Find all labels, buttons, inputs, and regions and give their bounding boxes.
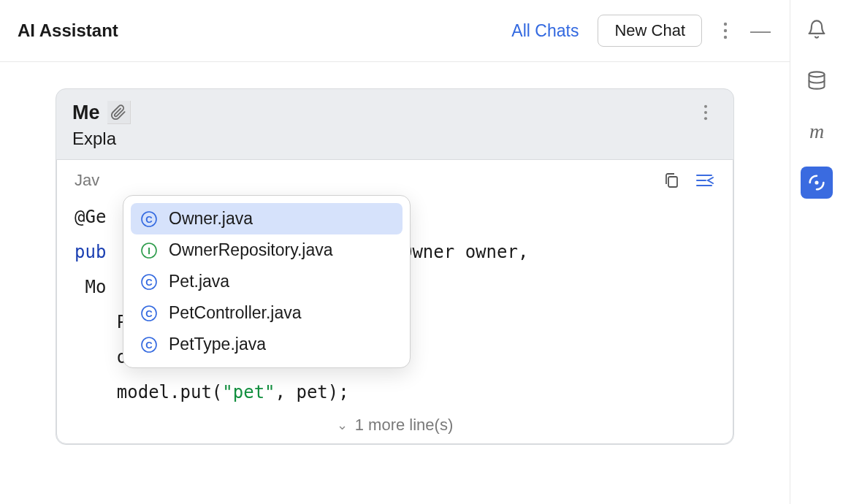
code-language-label: Jav bbox=[75, 171, 99, 190]
panel-title: AI Assistant bbox=[18, 20, 492, 41]
code-line-1: @Ge bbox=[75, 207, 106, 227]
new-chat-button[interactable]: New Chat bbox=[598, 15, 702, 47]
svg-point-5 bbox=[704, 117, 707, 120]
svg-text:C: C bbox=[145, 308, 153, 318]
popup-item-label: OwnerRepository.java bbox=[169, 240, 333, 260]
class-file-icon: C bbox=[140, 304, 159, 323]
code-header: Jav bbox=[57, 160, 733, 195]
svg-point-0 bbox=[724, 23, 727, 26]
svg-text:I: I bbox=[148, 245, 150, 256]
right-toolbar: m bbox=[790, 0, 843, 504]
code-actions bbox=[661, 170, 715, 191]
all-chats-link[interactable]: All Chats bbox=[504, 17, 586, 45]
code-line-6-str: "pet" bbox=[222, 382, 275, 402]
popup-item-owner-repository-java[interactable]: I OwnerRepository.java bbox=[131, 234, 403, 266]
popup-item-label: Owner.java bbox=[169, 209, 253, 229]
insert-code-icon[interactable] bbox=[695, 170, 715, 191]
popup-item-pet-type-java[interactable]: C PetType.java bbox=[131, 329, 403, 360]
attachment-file-popup: C Owner.java I OwnerRepository.java C Pe… bbox=[123, 195, 411, 368]
svg-text:C: C bbox=[145, 213, 153, 224]
message-header: Me bbox=[56, 89, 733, 127]
chat-content: Me Expla Jav bbox=[0, 62, 790, 504]
popup-item-pet-controller-java[interactable]: C PetController.java bbox=[131, 297, 403, 329]
chevron-down-icon: ⌄ bbox=[337, 417, 348, 433]
message-author: Me bbox=[72, 102, 100, 124]
message-prompt: Expla bbox=[56, 127, 733, 159]
svg-point-21 bbox=[815, 180, 818, 184]
class-file-icon: C bbox=[140, 272, 159, 291]
code-line-6-suffix: , pet); bbox=[275, 382, 349, 402]
more-lines-label: 1 more line(s) bbox=[355, 416, 453, 435]
svg-rect-6 bbox=[668, 177, 677, 187]
code-line-3: Mo bbox=[75, 277, 106, 297]
message-menu-kebab-icon[interactable] bbox=[694, 101, 717, 124]
ai-assistant-panel: AI Assistant All Chats New Chat — Me Exp… bbox=[0, 0, 790, 504]
expand-code-button[interactable]: ⌄ 1 more line(s) bbox=[57, 410, 733, 443]
panel-header: AI Assistant All Chats New Chat — bbox=[0, 0, 790, 62]
code-line-6-prefix: model.put( bbox=[75, 382, 222, 402]
popup-item-label: PetType.java bbox=[169, 335, 266, 354]
class-file-icon: C bbox=[140, 335, 159, 354]
ai-assistant-icon[interactable] bbox=[801, 167, 833, 199]
m-tool-icon[interactable]: m bbox=[801, 115, 833, 148]
panel-menu-kebab-icon[interactable] bbox=[714, 19, 737, 42]
popup-item-label: Pet.java bbox=[169, 272, 229, 291]
database-icon[interactable] bbox=[801, 64, 833, 96]
notifications-icon[interactable] bbox=[801, 13, 833, 45]
interface-file-icon: I bbox=[140, 241, 159, 260]
code-line-2-kw: pub bbox=[75, 242, 106, 262]
popup-item-owner-java[interactable]: C Owner.java bbox=[131, 203, 403, 234]
copy-icon[interactable] bbox=[661, 170, 682, 191]
attachment-button[interactable] bbox=[107, 101, 131, 124]
svg-point-20 bbox=[809, 72, 825, 77]
popup-item-label: PetController.java bbox=[169, 303, 302, 323]
svg-text:C: C bbox=[145, 339, 153, 350]
paperclip-icon bbox=[110, 104, 126, 121]
svg-point-2 bbox=[724, 36, 727, 39]
svg-point-4 bbox=[704, 111, 707, 114]
class-file-icon: C bbox=[140, 210, 159, 229]
popup-item-pet-java[interactable]: C Pet.java bbox=[131, 266, 403, 297]
svg-point-1 bbox=[724, 29, 727, 32]
svg-text:C: C bbox=[145, 276, 153, 287]
minimize-icon[interactable]: — bbox=[749, 19, 772, 42]
svg-point-3 bbox=[704, 105, 707, 108]
